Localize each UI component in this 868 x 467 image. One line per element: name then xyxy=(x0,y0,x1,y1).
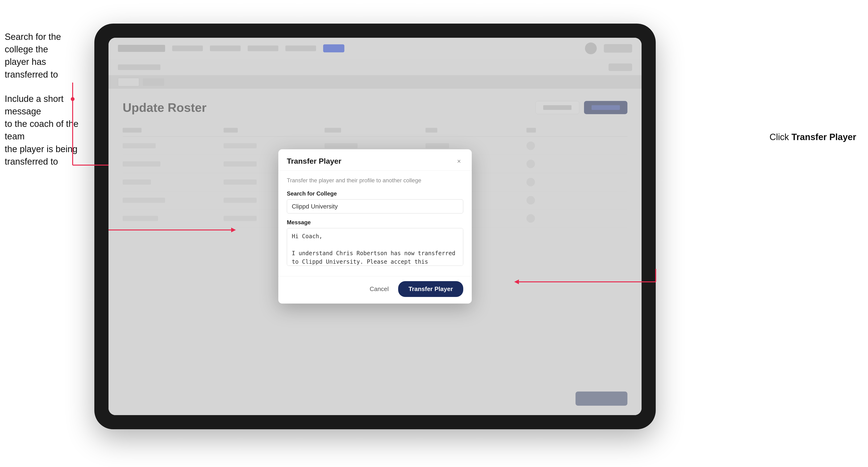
modal-header: Transfer Player × xyxy=(278,149,472,170)
modal-subtitle: Transfer the player and their profile to… xyxy=(287,177,463,184)
modal-close-button[interactable]: × xyxy=(455,157,463,165)
tablet-device: Update Roster xyxy=(94,24,656,429)
annotation-line2b: to the coach of the team xyxy=(5,119,79,141)
annotation-right: Click Transfer Player xyxy=(770,132,857,142)
college-search-input[interactable] xyxy=(287,199,463,214)
annotation-line2: Include a short message xyxy=(5,94,63,116)
modal-body: Transfer the player and their profile to… xyxy=(278,170,472,276)
transfer-player-modal: Transfer Player × Transfer the player an… xyxy=(278,149,472,304)
message-textarea[interactable] xyxy=(287,228,463,266)
cancel-button[interactable]: Cancel xyxy=(365,283,394,295)
college-label: Search for College xyxy=(287,190,463,197)
annotation-left: Search for the college the player has tr… xyxy=(5,31,85,180)
modal-footer: Cancel Transfer Player xyxy=(278,276,472,304)
modal-title: Transfer Player xyxy=(287,157,341,165)
annotation-line1: Search for the college the xyxy=(5,32,61,54)
annotation-right-bold: Transfer Player xyxy=(791,132,856,142)
modal-overlay: Transfer Player × Transfer the player an… xyxy=(108,38,642,415)
annotation-line2c: the player is being xyxy=(5,144,78,154)
annotation-line2d: transferred to xyxy=(5,157,58,166)
tablet-screen: Update Roster xyxy=(108,38,642,415)
transfer-player-button[interactable]: Transfer Player xyxy=(398,281,463,297)
annotation-line1b: player has transferred to xyxy=(5,57,58,79)
annotation-right-prefix: Click xyxy=(770,132,792,142)
message-label: Message xyxy=(287,219,463,226)
